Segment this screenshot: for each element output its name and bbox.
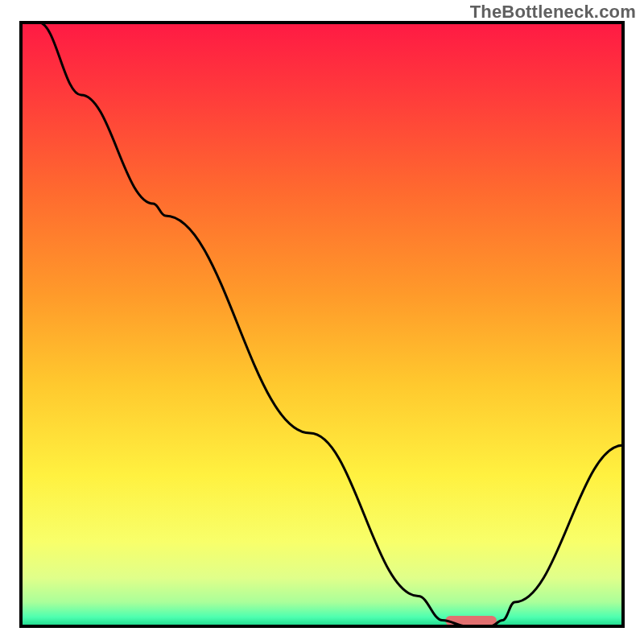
highlight-bar	[445, 616, 497, 625]
chart-container: TheBottleneck.com	[0, 0, 644, 644]
plot-background	[21, 23, 623, 626]
chart-canvas	[0, 0, 644, 644]
watermark-text: TheBottleneck.com	[470, 2, 636, 23]
